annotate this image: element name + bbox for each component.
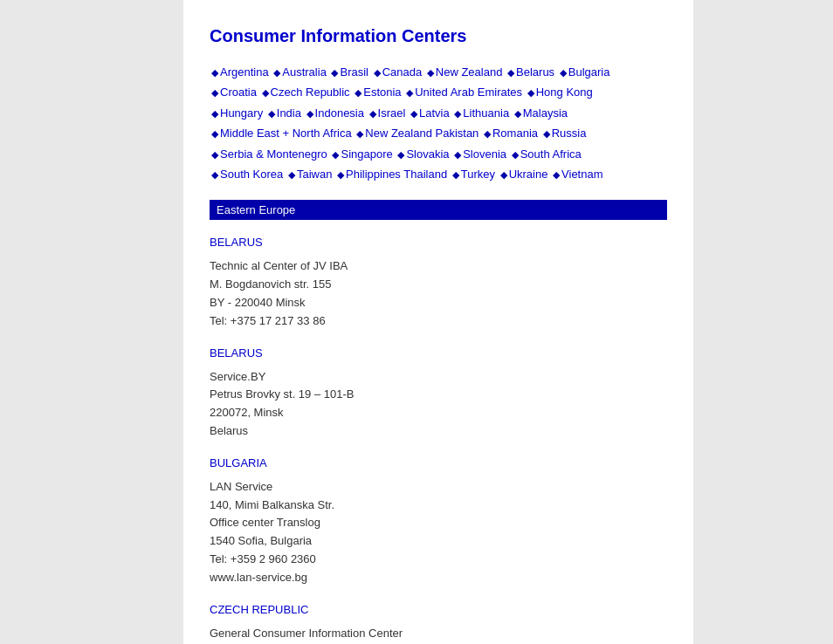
link-hong-kong[interactable]: Hong Kong xyxy=(536,86,593,99)
bullet-icon: ◆ xyxy=(288,169,295,180)
org-name: Technic al Center of JV IBA xyxy=(210,257,667,276)
bullet-icon: ◆ xyxy=(543,128,550,139)
org-name: Service.BY xyxy=(210,368,667,387)
country-title-belarus-2: BELARUS xyxy=(210,346,667,360)
bullet-icon: ◆ xyxy=(356,128,363,139)
bullet-icon: ◆ xyxy=(332,149,339,160)
link-argentina[interactable]: Argentina xyxy=(220,65,269,79)
link-belarus[interactable]: Belarus xyxy=(516,65,554,79)
bullet-icon: ◆ xyxy=(454,149,461,160)
left-sidebar xyxy=(0,0,183,644)
bullet-icon: ◆ xyxy=(410,108,417,119)
link-south-korea[interactable]: South Korea xyxy=(220,168,283,181)
website: www.lan-service.bg xyxy=(210,569,667,587)
links-section: ◆Argentina ◆Australia ◆Brasil ◆Canada ◆N… xyxy=(210,62,667,184)
bullet-icon: ◆ xyxy=(374,67,381,78)
address-block-belarus-2: Service.BY Petrus Brovky st. 19 – 101-B … xyxy=(210,368,667,441)
bullet-icon: ◆ xyxy=(560,67,567,78)
section-header: Eastern Europe xyxy=(210,200,667,220)
link-india[interactable]: India xyxy=(277,106,301,120)
address-block-bulgaria: LAN Service 140, Mimi Balkanska Str. Off… xyxy=(210,478,667,587)
bullet-icon: ◆ xyxy=(262,87,269,98)
link-south-africa[interactable]: South Africa xyxy=(520,147,582,161)
bullet-icon: ◆ xyxy=(211,149,218,160)
link-taiwan[interactable]: Taiwan xyxy=(297,168,332,181)
link-malaysia[interactable]: Malaysia xyxy=(523,106,568,120)
main-content: Consumer Information Centers ◆Argentina … xyxy=(183,0,693,644)
bullet-icon: ◆ xyxy=(211,128,218,139)
link-turkey[interactable]: Turkey xyxy=(461,168,495,181)
country-title-bulgaria: BULGARIA xyxy=(210,456,667,469)
bullet-icon: ◆ xyxy=(211,67,218,78)
address-line-2: 220072, Minsk xyxy=(210,404,667,422)
address-line-1: 140, Mimi Balkanska Str. xyxy=(210,497,667,515)
bullet-icon: ◆ xyxy=(397,149,404,160)
address-line-3: Belarus xyxy=(210,422,667,441)
country-title-belarus-1: BELARUS xyxy=(210,236,667,249)
link-canada[interactable]: Canada xyxy=(382,65,423,79)
page-title: Consumer Information Centers xyxy=(210,26,667,46)
bullet-icon: ◆ xyxy=(427,67,434,78)
phone: Tel: +359 2 960 2360 xyxy=(210,551,667,569)
bullet-icon: ◆ xyxy=(454,108,461,119)
link-bulgaria[interactable]: Bulgaria xyxy=(568,65,610,79)
link-slovenia[interactable]: Slovenia xyxy=(463,147,506,161)
address-block-czech-republic-1: General Consumer Information Center 800 … xyxy=(210,625,667,645)
link-serbia[interactable]: Serbia & Montenegro xyxy=(220,147,327,161)
link-russia[interactable]: Russia xyxy=(552,127,587,140)
link-vietnam[interactable]: Vietnam xyxy=(561,168,602,181)
link-czech-republic[interactable]: Czech Republic xyxy=(271,86,350,99)
address-line-3: 1540 Sofia, Bulgaria xyxy=(210,532,667,551)
org-name: LAN Service xyxy=(210,478,667,497)
bullet-icon: ◆ xyxy=(337,169,344,180)
address-line-2: Office center Translog xyxy=(210,514,667,532)
address-line-1: M. Bogdanovich str. 155 xyxy=(210,276,667,294)
bullet-icon: ◆ xyxy=(268,108,275,119)
bullet-icon: ◆ xyxy=(484,128,491,139)
link-lithuania[interactable]: Lithuania xyxy=(463,106,509,120)
address-block-belarus-1: Technic al Center of JV IBA M. Bogdanovi… xyxy=(210,257,667,330)
link-uae[interactable]: United Arab Emirates xyxy=(415,86,522,99)
bullet-icon: ◆ xyxy=(514,108,521,119)
link-australia[interactable]: Australia xyxy=(282,65,327,79)
link-romania[interactable]: Romania xyxy=(492,127,538,140)
link-new-zealand[interactable]: New Zealand xyxy=(436,65,503,79)
right-sidebar xyxy=(693,0,833,644)
bullet-icon: ◆ xyxy=(355,87,361,98)
address-line-2: BY - 220040 Minsk xyxy=(210,294,667,312)
bullet-icon: ◆ xyxy=(211,87,218,98)
bullet-icon: ◆ xyxy=(452,169,459,180)
bullet-icon: ◆ xyxy=(500,169,507,180)
phone: Tel: +375 17 217 33 86 xyxy=(210,312,667,331)
link-latvia[interactable]: Latvia xyxy=(419,106,450,120)
link-croatia[interactable]: Croatia xyxy=(220,86,257,99)
bullet-icon: ◆ xyxy=(211,108,218,119)
bullet-icon: ◆ xyxy=(273,67,280,78)
link-estonia[interactable]: Estonia xyxy=(363,86,401,99)
link-hungary[interactable]: Hungary xyxy=(220,106,263,120)
link-israel[interactable]: Israel xyxy=(378,106,406,120)
link-ukraine[interactable]: Ukraine xyxy=(509,168,548,181)
bullet-icon: ◆ xyxy=(211,169,218,180)
org-name: General Consumer Information Center xyxy=(210,625,667,643)
link-brasil[interactable]: Brasil xyxy=(340,65,368,79)
bullet-icon: ◆ xyxy=(512,149,519,160)
bullet-icon: ◆ xyxy=(369,108,376,119)
bullet-icon: ◆ xyxy=(406,87,413,98)
bullet-icon: ◆ xyxy=(553,169,560,180)
link-nz-pakistan[interactable]: New Zealand Pakistan xyxy=(365,127,478,140)
link-philippines[interactable]: Philippines xyxy=(346,168,401,181)
link-middle-east[interactable]: Middle East + North Africa xyxy=(220,127,352,140)
link-indonesia[interactable]: Indonesia xyxy=(315,106,364,120)
country-title-czech-republic: CZECH REPUBLIC xyxy=(210,603,667,616)
link-singapore[interactable]: Singapore xyxy=(341,147,392,161)
bullet-icon: ◆ xyxy=(527,87,534,98)
bullet-icon: ◆ xyxy=(507,67,514,78)
bullet-icon: ◆ xyxy=(331,67,338,78)
link-thailand[interactable]: Thailand xyxy=(403,168,447,181)
bullet-icon: ◆ xyxy=(306,108,313,119)
link-slovakia[interactable]: Slovakia xyxy=(406,147,449,161)
address-line-1: Petrus Brovky st. 19 – 101-B xyxy=(210,386,667,404)
